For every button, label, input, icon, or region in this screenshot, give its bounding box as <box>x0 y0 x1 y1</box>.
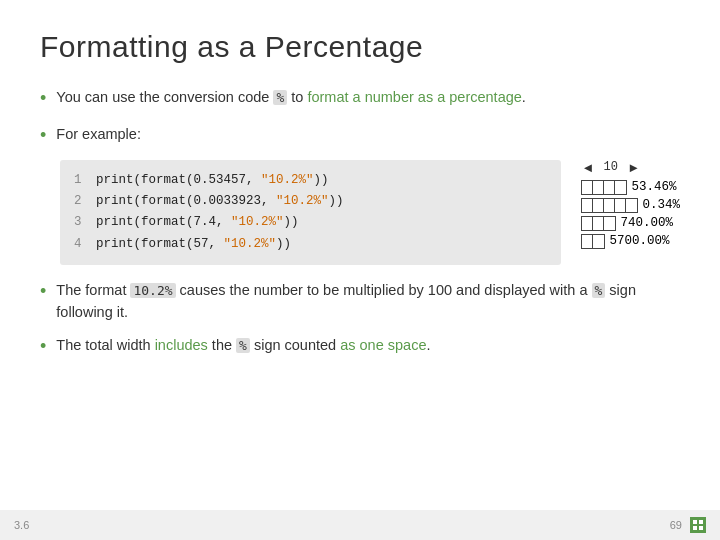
code-line-3: 3 print(format(7.4, "10.2%")) <box>74 212 547 233</box>
svg-rect-0 <box>693 520 697 524</box>
code-example-section: 1 print(format(0.53457, "10.2%")) 2 prin… <box>60 160 680 265</box>
box-3-2 <box>593 217 604 230</box>
boxes-row-2 <box>581 198 638 213</box>
diagram-header: ◄ 10 ► <box>581 160 640 175</box>
box-4-2 <box>593 235 604 248</box>
arrow-left-icon: ◄ <box>581 160 594 175</box>
code-text-3: print(format(7.4, "10.2%")) <box>96 212 299 233</box>
slide-title: Formatting as a Percentage <box>40 30 680 64</box>
svg-rect-3 <box>699 526 703 530</box>
page-number: 69 <box>670 519 682 531</box>
code-line-1: 1 print(format(0.53457, "10.2%")) <box>74 170 547 191</box>
box-3-1 <box>582 217 593 230</box>
footer-bar: 3.6 69 <box>0 510 720 540</box>
bullet-dot-3: • <box>40 278 46 306</box>
section-number: 3.6 <box>14 519 29 531</box>
bullet-dot-4: • <box>40 333 46 361</box>
box-3-3 <box>604 217 615 230</box>
line-num-2: 2 <box>74 191 86 212</box>
box-4-1 <box>582 235 593 248</box>
line-num-3: 3 <box>74 212 86 233</box>
boxes-row-4 <box>581 234 605 249</box>
line-num-4: 4 <box>74 234 86 255</box>
diagram-row-3: 740.00% <box>581 216 673 231</box>
box-1-2 <box>593 181 604 194</box>
bullet-text-3: The format 10.2% causes the number to be… <box>56 279 680 324</box>
bullet-item-1: • You can use the conversion code % to f… <box>40 86 680 113</box>
bullet-text-4: The total width includes the % sign coun… <box>56 334 680 356</box>
code-text-1: print(format(0.53457, "10.2%")) <box>96 170 329 191</box>
boxes-row-1 <box>581 180 627 195</box>
box-2-3 <box>604 199 615 212</box>
diagram: ◄ 10 ► 53.46% <box>581 160 680 249</box>
diagram-value-4: 5700.00% <box>609 234 669 248</box>
diagram-row-4: 5700.00% <box>581 234 669 249</box>
diagram-value-2: 0.34% <box>642 198 680 212</box>
diagram-width-label: 10 <box>596 160 625 174</box>
code-line-2: 2 print(format(0.0033923, "10.2%")) <box>74 191 547 212</box>
bullet-for-example: For example: <box>56 123 680 145</box>
box-1-4 <box>615 181 626 194</box>
box-1-1 <box>582 181 593 194</box>
diagram-value-1: 53.46% <box>631 180 676 194</box>
bullet-item-4: • The total width includes the % sign co… <box>40 334 680 361</box>
bullet-dot-1: • <box>40 85 46 113</box>
bullet-dot-2: • <box>40 122 46 150</box>
box-2-4 <box>615 199 626 212</box>
code-text-2: print(format(0.0033923, "10.2%")) <box>96 191 344 212</box>
line-num-1: 1 <box>74 170 86 191</box>
slide: Formatting as a Percentage • You can use… <box>0 0 720 540</box>
code-block: 1 print(format(0.53457, "10.2%")) 2 prin… <box>60 160 561 265</box>
svg-rect-1 <box>699 520 703 524</box>
svg-rect-2 <box>693 526 697 530</box>
box-2-2 <box>593 199 604 212</box>
bullet-item-3: • The format 10.2% causes the number to … <box>40 279 680 324</box>
footer-icon <box>690 517 706 533</box>
code-line-4: 4 print(format(57, "10.2%")) <box>74 234 547 255</box>
bullet-text-1: You can use the conversion code % to for… <box>56 86 680 108</box>
code-text-4: print(format(57, "10.2%")) <box>96 234 291 255</box>
width-indicator: ◄ 10 ► <box>581 160 640 175</box>
bullet-item-2: • For example: <box>40 123 680 150</box>
diagram-row-2: 0.34% <box>581 198 680 213</box>
diagram-value-3: 740.00% <box>620 216 673 230</box>
footer-right: 69 <box>670 517 706 533</box>
arrow-right-icon: ► <box>627 160 640 175</box>
box-2-1 <box>582 199 593 212</box>
box-2-5 <box>626 199 637 212</box>
boxes-row-3 <box>581 216 616 231</box>
box-1-3 <box>604 181 615 194</box>
diagram-row-1: 53.46% <box>581 180 676 195</box>
footer-icon-svg <box>692 519 704 531</box>
